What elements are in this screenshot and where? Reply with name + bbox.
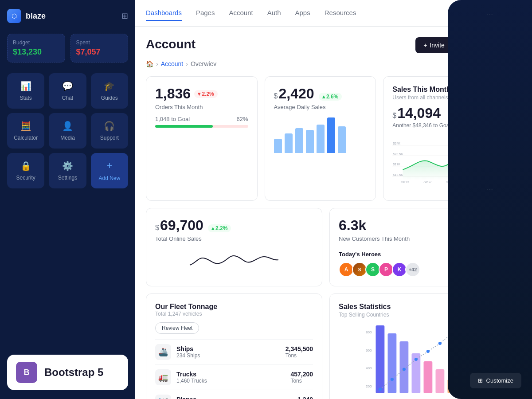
nav-item-calculator[interactable]: 🧮 Calculator [7, 113, 44, 149]
svg-rect-17 [376, 325, 385, 393]
tab-account[interactable]: Account [229, 5, 253, 21]
nav-item-media[interactable]: 👤 Media [49, 113, 86, 149]
tab-auth[interactable]: Auth [267, 5, 281, 21]
wavy-chart [155, 247, 313, 274]
bootstrap-logo: B [16, 362, 37, 383]
daily-sales-value: 2,420 [279, 86, 314, 102]
bar-4 [306, 130, 314, 153]
chat-icon: 💬 [62, 81, 73, 91]
right-dark-panel: ⋯ ⋯ [448, 27, 532, 399]
page-title-area: Account [146, 37, 196, 51]
planes-value: 1,240 [297, 396, 313, 399]
online-sales-badge: ▴ 2.2% [208, 224, 231, 232]
bootstrap-letter: B [24, 368, 30, 377]
support-icon: 🎧 [104, 121, 115, 131]
sales-prefix: $ [274, 92, 278, 100]
svg-text:600: 600 [366, 348, 372, 352]
progress-label: 1,048 to Goal [155, 116, 190, 122]
trucks-icon: 🚛 [155, 369, 171, 385]
calculator-label: Calculator [14, 135, 38, 141]
fleet-section: Our Fleet Tonnage Total 1,247 vehicles R… [146, 293, 322, 399]
tab-resources[interactable]: Resources [325, 5, 356, 21]
sidebar: ⬡ blaze ⊞ Budget $13,230 Spent $7,057 📊 … [0, 0, 135, 399]
nav-item-settings[interactable]: ⚙️ Settings [49, 153, 86, 188]
logo-icon: ⬡ [7, 9, 21, 23]
tab-pages[interactable]: Pages [196, 5, 215, 21]
bar-1 [274, 139, 282, 153]
svg-rect-18 [388, 333, 397, 393]
ships-value: 2,345,500 [286, 345, 313, 352]
ships-icon: 🚢 [155, 344, 171, 360]
tab-dashboards[interactable]: Dashboards [146, 5, 182, 21]
nav-item-chat[interactable]: 💬 Chat [49, 73, 86, 109]
amount-prefix: $ [392, 112, 396, 120]
trucks-value: 457,200 [290, 371, 313, 378]
settings-label: Settings [58, 175, 77, 181]
spent-card: Spent $7,057 [70, 34, 129, 63]
online-prefix: $ [155, 224, 159, 232]
plus-icon: + [423, 42, 427, 49]
trucks-name: Trucks [176, 371, 207, 378]
page-title: Account [146, 37, 196, 51]
fleet-title: Our Fleet Tonnage [155, 303, 313, 311]
home-icon[interactable]: 🏠 [146, 60, 153, 67]
nav-item-support[interactable]: 🎧 Support [91, 113, 128, 149]
breadcrumb-sep2: › [186, 60, 188, 67]
nav-item-guides[interactable]: 🎓 Guides [91, 73, 128, 109]
nav-item-security[interactable]: 🔒 Security [7, 153, 44, 188]
spent-label: Spent [76, 39, 123, 46]
settings-icon: ⚙️ [62, 160, 73, 171]
fleet-subtitle: Total 1,247 vehicles [155, 311, 313, 317]
menu-icon[interactable]: ⊞ [121, 11, 128, 21]
svg-text:Apr 04: Apr 04 [401, 180, 410, 183]
fleet-row-ships: 🚢 Ships 234 Ships 2,345,500 Tons [155, 339, 313, 364]
online-sales-card: $ 69,700 ▴ 2.2% Total Online Sales [146, 208, 322, 286]
breadcrumb-account[interactable]: Account [161, 60, 184, 67]
ships-count: 234 Ships [176, 352, 200, 359]
hero-3: S [365, 262, 380, 277]
fleet-table: 🚢 Ships 234 Ships 2,345,500 Tons [155, 339, 313, 399]
bootstrap-badge: B Bootstrap 5 [7, 355, 128, 390]
svg-point-27 [415, 358, 418, 361]
nav-item-stats[interactable]: 📊 Stats [7, 73, 44, 109]
customize-icon: ⊞ [478, 377, 483, 384]
logo-area: ⬡ blaze [7, 9, 46, 23]
fleet-review-button[interactable]: Review Fleet [155, 322, 199, 334]
budget-cards: Budget $13,230 Spent $7,057 [7, 34, 128, 63]
panel-icon-2[interactable]: ⋯ [487, 186, 493, 193]
ships-unit: Tons [286, 352, 313, 359]
invite-button[interactable]: + Invite [415, 37, 453, 53]
svg-point-26 [403, 368, 406, 371]
budget-value: $13,230 [13, 47, 59, 57]
media-icon: 👤 [62, 121, 73, 131]
tab-apps[interactable]: Apps [295, 5, 310, 21]
breadcrumb-current: Overwiev [191, 60, 216, 67]
orders-progress: 1,048 to Goal 62% [155, 116, 248, 128]
planes-icon: ✈️ [155, 395, 171, 399]
main-area: Dashboards Pages Account Auth Apps Resou… [135, 0, 532, 399]
nav-item-add-new[interactable]: + Add New [91, 153, 128, 188]
svg-text:$24K: $24K [393, 142, 401, 145]
nav-links: Dashboards Pages Account Auth Apps Resou… [146, 5, 356, 21]
daily-sales-card: $ 2,420 ▴ 2.6% Average Daily Sales [265, 76, 376, 201]
hero-count: +42 [405, 262, 420, 277]
bar-3 [295, 128, 303, 153]
content-area: Account + Invite Create App 🏠 › Account … [135, 27, 532, 399]
svg-text:200: 200 [366, 384, 372, 388]
orders-label: Orders This Month [155, 104, 248, 110]
bar-7 [338, 126, 346, 153]
svg-rect-21 [424, 361, 433, 393]
svg-rect-22 [436, 369, 445, 393]
online-sales-value: 69,700 [160, 217, 203, 234]
orders-badge: ▾ 2.2% [194, 90, 218, 98]
trucks-count: 1,460 Trucks [176, 378, 207, 384]
hero-5: K [392, 262, 407, 277]
hero-2: S [352, 262, 367, 277]
bar-2 [285, 133, 293, 153]
nav-grid: 📊 Stats 💬 Chat 🎓 Guides 🧮 Calculator 👤 M… [7, 73, 128, 188]
planes-name: Planes [176, 396, 200, 399]
budget-card: Budget $13,230 [7, 34, 65, 63]
add-label: Add New [98, 175, 120, 181]
online-sales-label: Total Online Sales [155, 235, 313, 242]
customize-button[interactable]: ⊞ Customize [470, 373, 521, 388]
